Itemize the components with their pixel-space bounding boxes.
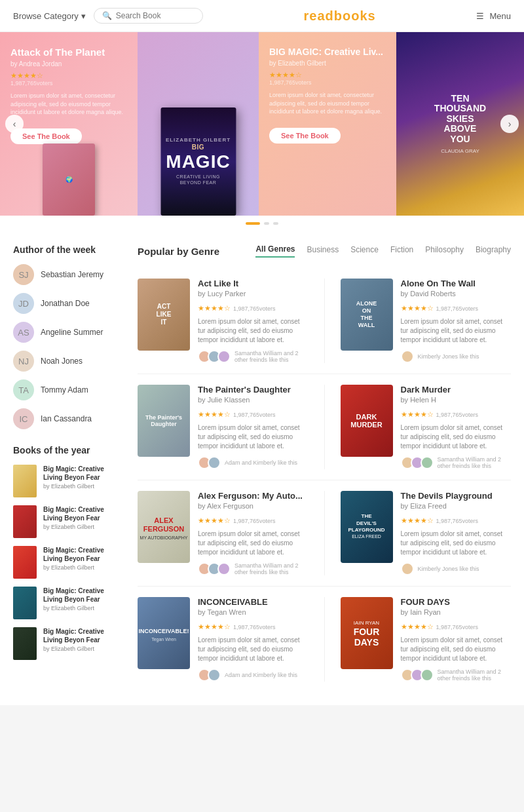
hero-slide-3-btn[interactable]: See The Book	[269, 128, 341, 144]
boy-item-1[interactable]: Big Magic: Creative Living Beyon Fear by…	[13, 505, 124, 538]
hero-slide-1-votes: 1,987,765voters	[10, 80, 127, 87]
hero-slide-3-title: BIG MAGIC: Creative Liv...	[269, 47, 386, 57]
boy-author-2: by Elizabeth Gilbert	[43, 564, 124, 571]
like-avatar-3c	[421, 456, 434, 469]
boy-title-0: Big Magic: Creative Living Beyon Fear	[43, 465, 124, 482]
author-item-3[interactable]: NJ Noah Jones	[13, 351, 124, 372]
sidebar: Author of the week SJ Sebastian Jeremy J…	[13, 244, 124, 692]
author-avatar-5: IC	[13, 408, 34, 429]
hero-slide-3-stars: ★★★★☆	[269, 71, 386, 79]
row-divider-0	[324, 279, 325, 363]
boy-item-2[interactable]: Big Magic: Creative Living Beyon Fear by…	[13, 546, 124, 579]
boy-cover-2	[13, 546, 37, 579]
authors-section: Author of the week SJ Sebastian Jeremy J…	[13, 244, 124, 429]
search-input[interactable]	[116, 11, 195, 20]
book-card-act-like-it: ACTLIKEIT Act Like It by Lucy Parker ★★★…	[138, 279, 309, 363]
book-desc-four-days: Lorem ipsum dolor sit amet, conset tur a…	[401, 636, 512, 663]
books-title: Books of the year	[13, 445, 124, 455]
book-stars-dark-murder: ★★★★☆	[401, 410, 434, 418]
like-text-0: Samantha William and 2 other freinds lik…	[234, 350, 309, 363]
book-cover-inconceivable: INCONCEIVABLE! Tegan Wren	[138, 597, 190, 669]
book-desc-dark-murder: Lorem ipsum dolor sit amet, conset tur a…	[401, 423, 512, 451]
like-text-3: Samantha William and 2 other freinds lik…	[438, 456, 512, 469]
author-item-1[interactable]: JD Jonathan Doe	[13, 293, 124, 314]
like-avatars-4	[198, 562, 231, 575]
author-name-5: Ian Cassandra	[41, 414, 92, 423]
book-row-1: The Painter'sDaughter The Painter's Daug…	[138, 374, 511, 480]
authors-title: Author of the week	[13, 244, 124, 255]
book-votes-dark-murder: 1,987,765voters	[436, 412, 479, 418]
book-info-act-like-it: Act Like It by Lucy Parker ★★★★☆1,987,76…	[198, 279, 309, 363]
hero-slide-1-btn[interactable]: See The Book	[10, 128, 82, 144]
dot-3[interactable]	[273, 222, 278, 225]
search-container: 🔍	[94, 8, 203, 24]
book-card-devils-playground: THEDEVIL'SPLAYGROUNDELIZA FREED The Devi…	[341, 491, 512, 575]
tab-biography[interactable]: Biography	[476, 245, 511, 257]
hero-slide-3-author: by Elizabeth Gilbert	[269, 60, 386, 67]
nav-left: Browse Category ▾ 🔍	[13, 8, 203, 24]
book-title-alone-wall: Alone On The Wall	[401, 279, 512, 288]
book-votes-four-days: 1,987,765voters	[436, 624, 479, 630]
tab-science[interactable]: Science	[350, 245, 379, 257]
book-title-four-days: FOUR DAYS	[401, 597, 512, 607]
tab-philosophy[interactable]: Philosophy	[425, 245, 464, 257]
book-cover-painters-daughter: The Painter'sDaughter	[138, 385, 190, 457]
boy-item-0[interactable]: Big Magic: Creative Living Beyon Fear by…	[13, 465, 124, 497]
hero-slide-3: BIG MAGIC: Creative Liv... by Elizabeth …	[259, 32, 396, 216]
author-avatar-2: AS	[13, 322, 34, 343]
tab-fiction[interactable]: Fiction	[390, 245, 413, 257]
author-item-4[interactable]: TA Tommy Adam	[13, 379, 124, 400]
boy-author-0: by Elizabeth Gilbert	[43, 483, 124, 490]
book-cover-devils-playground: THEDEVIL'SPLAYGROUNDELIZA FREED	[341, 491, 393, 563]
book-author-painters-daughter: by Julie Klassen	[198, 396, 309, 404]
author-item-0[interactable]: SJ Sebastian Jeremy	[13, 264, 124, 285]
book-author-inconceivable: by Tegan Wren	[198, 608, 309, 616]
hero-slide-1-author: by Andrea Jordan	[10, 60, 127, 68]
browse-category-button[interactable]: Browse Category ▾	[13, 11, 86, 21]
like-text-6: Adam and Kimberly like this	[225, 672, 297, 678]
book-desc-act-like-it: Lorem ipsum dolor sit amet, conset tur a…	[198, 317, 309, 345]
book-desc-inconceivable: Lorem ipsum dolor sit amet, conset tur a…	[198, 636, 309, 663]
carousel-next-button[interactable]: ›	[500, 115, 519, 133]
book-votes-act-like-it: 1,987,765voters	[233, 305, 276, 312]
author-item-2[interactable]: AS Angeline Summer	[13, 322, 124, 343]
boy-item-3[interactable]: Big Magic: Creative Living Beyon Fear by…	[13, 587, 124, 619]
book-author-four-days: by Iain Ryan	[401, 608, 512, 616]
boy-title-1: Big Magic: Creative Living Beyon Fear	[43, 505, 124, 522]
boy-item-4[interactable]: Big Magic: Creative Living Beyon Fear by…	[13, 627, 124, 660]
book-votes-alex-ferguson: 1,987,765voters	[233, 518, 276, 524]
author-avatar-0: SJ	[13, 264, 34, 285]
book-info-four-days: FOUR DAYS by Iain Ryan ★★★★☆1,987,765vot…	[401, 597, 512, 682]
book-votes-alone-wall: 1,987,765voters	[436, 305, 479, 312]
book-desc-devils-playground: Lorem ipsum dolor sit amet, conset tur a…	[401, 530, 512, 557]
hero-slide-1-desc: Lorem ipsum dolor sit amet, consectetur …	[10, 92, 127, 117]
book-card-alone-wall: ALONEONTHEWALL Alone On The Wall by Davi…	[341, 279, 512, 363]
carousel-prev-button[interactable]: ‹	[5, 115, 24, 133]
dot-1[interactable]	[246, 222, 260, 225]
book-likes-act-like-it: Samantha William and 2 other freinds lik…	[198, 350, 309, 363]
book-desc-alone-wall: Lorem ipsum dolor sit amet, conset tur a…	[401, 317, 512, 345]
book-votes-inconceivable: 1,987,765voters	[233, 624, 276, 630]
book-info-dark-murder: Dark Murder by Helen H ★★★★☆1,987,765vot…	[401, 385, 512, 469]
menu-button[interactable]: ☰ Menu	[476, 11, 511, 21]
author-name-3: Noah Jones	[41, 357, 83, 366]
like-text-4: Samantha William and 2 other freinds lik…	[234, 562, 309, 575]
tab-business[interactable]: Business	[307, 245, 339, 257]
tab-all-genres[interactable]: All Genres	[255, 244, 295, 258]
like-avatar-2b	[208, 456, 221, 469]
boy-cover-3	[13, 587, 37, 619]
genre-tabs: All Genres Business Science Fiction Phil…	[255, 244, 511, 258]
hero-slide-1-title: Attack of The Planet	[10, 47, 127, 58]
boy-author-1: by Elizabeth Gilbert	[43, 524, 124, 530]
hero-slide-1-stars: ★★★★☆	[10, 71, 127, 80]
book-stars-painters-daughter: ★★★★☆	[198, 410, 231, 418]
boy-title-4: Big Magic: Creative Living Beyon Fear	[43, 627, 124, 644]
hero-slide-2-cover: ELIZABETH GILBERT BIG MAGIC CREATIVE LIV…	[160, 107, 236, 216]
author-item-5[interactable]: IC Ian Cassandra	[13, 408, 124, 429]
book-likes-four-days: Samantha William and 2 other freinds lik…	[401, 668, 512, 682]
author-name-2: Angeline Summer	[41, 328, 103, 337]
book-cover-act-like-it: ACTLIKEIT	[138, 279, 190, 351]
dot-2[interactable]	[264, 222, 269, 225]
hero-slide-3-desc: Lorem ipsum dolor sit amet, consectetur …	[269, 91, 386, 116]
author-name-4: Tommy Adam	[41, 385, 88, 395]
